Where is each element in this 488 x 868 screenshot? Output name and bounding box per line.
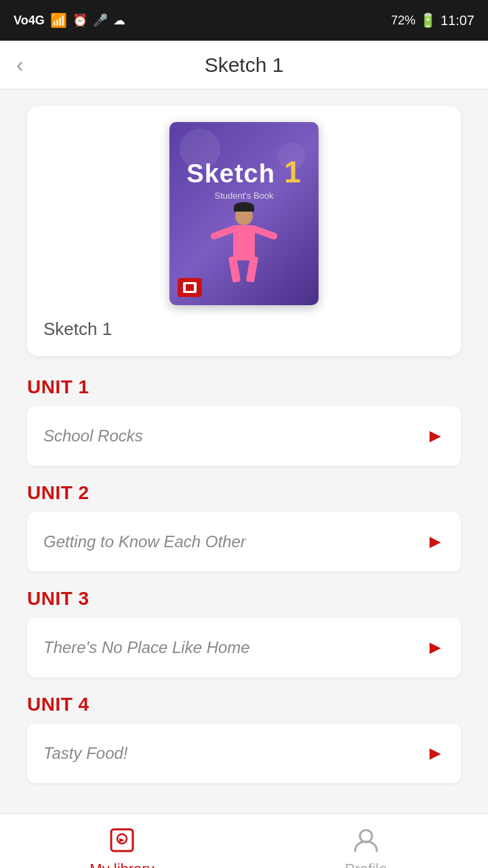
units-list: UNIT 1 School Rocks ► UNIT 2 Getting to … <box>27 376 461 783</box>
status-left: Vo4G 📶 ⏰ 🎤 ☁ <box>14 12 125 28</box>
unit-2-chevron: ► <box>426 531 445 553</box>
signal-icon: 📶 <box>50 12 67 28</box>
nav-label-my-library: My library <box>89 861 154 869</box>
unit-3-chevron: ► <box>426 637 445 658</box>
unit-3-label: UNIT 3 <box>27 588 461 610</box>
unit-2-row[interactable]: Getting to Know Each Other ► <box>27 512 461 572</box>
battery-icon: 🔋 <box>420 12 436 28</box>
unit-4-chevron: ► <box>426 743 445 764</box>
status-bar: Vo4G 📶 ⏰ 🎤 ☁ 72% 🔋 11:07 <box>0 0 488 41</box>
profile-icon <box>350 824 382 856</box>
unit-1-row[interactable]: School Rocks ► <box>27 406 461 466</box>
cloud-icon: ☁ <box>113 13 125 28</box>
unit-4-label: UNIT 4 <box>27 694 461 715</box>
cover-subtitle: Student's Book <box>186 191 301 201</box>
my-library-icon <box>106 824 138 856</box>
unit-4-section: UNIT 4 Tasty Food! ► <box>27 694 461 783</box>
book-card-inner: Sketch 1 Student's Book <box>43 122 445 305</box>
svg-point-1 <box>117 834 127 844</box>
alarm-icon: ⏰ <box>73 13 87 28</box>
battery-text: 72% <box>391 14 415 28</box>
carrier-text: Vo4G <box>14 14 45 28</box>
unit-3-title: There's No Place Like Home <box>43 638 250 657</box>
unit-3-row[interactable]: There's No Place Like Home ► <box>27 618 461 677</box>
unit-1-section: UNIT 1 School Rocks ► <box>27 376 461 466</box>
unit-4-title: Tasty Food! <box>43 744 128 763</box>
main-scroll: Sketch 1 Student's Book <box>0 90 488 813</box>
cover-character <box>210 208 278 282</box>
book-cover[interactable]: Sketch 1 Student's Book <box>169 122 319 305</box>
unit-1-chevron: ► <box>426 425 445 447</box>
app-content: ‹ Sketch 1 Sketch 1 Student's Book <box>0 41 488 868</box>
nav-item-profile[interactable]: Profile <box>244 814 488 868</box>
unit-1-label: UNIT 1 <box>27 376 461 398</box>
publisher-logo <box>178 278 202 297</box>
time-text: 11:07 <box>441 13 474 28</box>
status-right: 72% 🔋 11:07 <box>391 12 474 28</box>
nav-label-profile: Profile <box>345 861 387 869</box>
top-nav: ‹ Sketch 1 <box>0 41 488 90</box>
nav-item-my-library[interactable]: My library <box>0 814 244 868</box>
book-card: Sketch 1 Student's Book <box>27 106 461 356</box>
mic-icon: 🎤 <box>93 13 108 28</box>
unit-2-section: UNIT 2 Getting to Know Each Other ► <box>27 482 461 572</box>
book-name-label: Sketch 1 <box>43 319 112 340</box>
unit-2-label: UNIT 2 <box>27 482 461 504</box>
cover-title: Sketch 1 <box>186 155 301 189</box>
unit-1-title: School Rocks <box>43 427 143 446</box>
unit-4-row[interactable]: Tasty Food! ► <box>27 724 461 783</box>
back-button[interactable]: ‹ <box>16 52 24 77</box>
unit-3-section: UNIT 3 There's No Place Like Home ► <box>27 588 461 677</box>
bottom-nav: My library Profile <box>0 813 488 868</box>
page-title: Sketch 1 <box>205 54 284 77</box>
svg-point-3 <box>360 830 372 842</box>
unit-2-title: Getting to Know Each Other <box>43 532 246 551</box>
svg-marker-2 <box>119 838 125 842</box>
